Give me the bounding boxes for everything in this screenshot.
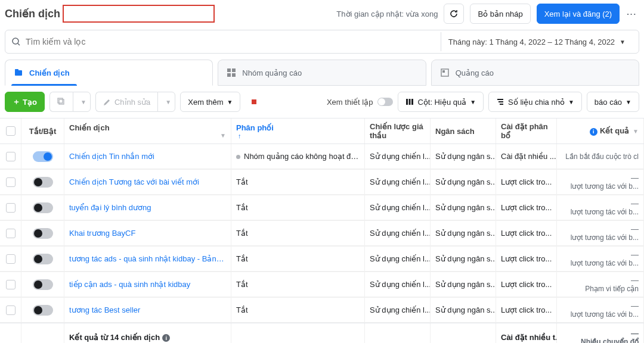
col-campaign[interactable]: Chiến dịch▼	[64, 119, 231, 144]
alloc-value: Lượt click tro...	[496, 195, 557, 220]
col-delivery[interactable]: Phân phối↑	[231, 119, 365, 144]
delivery-status: Tắt	[236, 280, 360, 289]
row-checkbox[interactable]	[6, 305, 16, 315]
review-label: Xem lại và đăng (2)	[544, 10, 612, 18]
result-value: —	[631, 301, 639, 310]
chevron-down-icon: ▼	[227, 99, 233, 105]
row-toggle[interactable]	[33, 228, 53, 239]
breakdown-label: Số liệu chia nhỏ	[508, 98, 565, 107]
search-input[interactable]	[26, 37, 441, 46]
tab-campaigns[interactable]: Chiến dịch	[5, 60, 213, 86]
svg-rect-12	[406, 99, 408, 105]
row-toggle[interactable]	[33, 202, 53, 213]
table-row: Chiến dịch Tin nhắn mớiNhóm quảng cáo kh…	[0, 144, 644, 169]
edit-caret[interactable]: ▼	[157, 92, 175, 112]
refresh-button[interactable]	[444, 4, 464, 24]
alloc-value: Lượt click tro...	[496, 298, 557, 322]
review-publish-button[interactable]: Xem lại và đăng (2)	[537, 4, 620, 24]
more-actions-button[interactable]: Xem thêm▼	[180, 92, 240, 112]
row-checkbox[interactable]	[6, 177, 16, 187]
discard-label: Bỏ bản nháp	[478, 10, 522, 18]
result-sub: lượt tương tác với b...	[571, 233, 639, 242]
sort-asc-icon: ↑	[238, 132, 360, 139]
duplicate-caret[interactable]: ▼	[73, 92, 91, 112]
campaign-name-link[interactable]: tiếp cận ads - quà sinh nhật kidbay	[69, 280, 226, 289]
row-checkbox[interactable]	[6, 254, 16, 264]
delivery-status: Tắt	[236, 203, 360, 212]
result-sub: Phạm vi tiếp cận	[585, 285, 639, 293]
alloc-value: Lượt click tro...	[496, 247, 557, 271]
pencil-icon	[103, 98, 111, 106]
bid-value: Sử dụng chiến l...	[365, 247, 431, 271]
info-icon: i	[590, 128, 597, 136]
bid-value: Sử dụng chiến l...	[365, 170, 431, 194]
budget-value: Sử dụng ngân s...	[431, 247, 496, 271]
budget-value: Sử dụng ngân s...	[431, 144, 496, 169]
result-value: —	[631, 224, 639, 233]
more-menu-button[interactable]: ···	[624, 10, 639, 18]
bid-value: Sử dụng chiến l...	[365, 144, 431, 169]
svg-rect-10	[59, 99, 64, 104]
breakdown-icon	[496, 98, 504, 106]
create-label: Tạo	[23, 98, 37, 107]
alloc-value: Lượt click tro...	[496, 221, 557, 245]
campaign-name-link[interactable]: tương tác Best seller	[69, 305, 226, 314]
bid-value: Sử dụng chiến l...	[365, 195, 431, 220]
result-value: —	[631, 199, 639, 208]
delivery-status: Nhóm quảng cáo không hoạt động	[236, 152, 360, 161]
bid-value: Sử dụng chiến l...	[365, 221, 431, 245]
discard-button[interactable]: Bỏ bản nháp	[470, 4, 530, 24]
campaign-name-link[interactable]: Khai trương BayCF	[69, 229, 226, 238]
campaign-name-link[interactable]: tương tác ads - quà sinh nhật kidbay - B…	[69, 254, 226, 263]
row-checkbox[interactable]	[6, 203, 16, 213]
tab-adsets-label: Nhóm quảng cáo	[242, 68, 302, 77]
delivery-status: Tắt	[236, 177, 360, 186]
campaigns-table: Tắt/Bật Chiến dịch▼ Phân phối↑ Chiến lượ…	[0, 118, 644, 343]
view-setup-toggle[interactable]: Xem thiết lập	[327, 98, 393, 107]
refresh-icon	[449, 9, 459, 18]
result-sub: lượt tương tác với b...	[571, 310, 639, 319]
campaign-name-link[interactable]: Chiến dịch Tương tác với bài viết mới	[69, 177, 226, 186]
delivery-status: Tắt	[236, 254, 360, 263]
duplicate-button[interactable]	[49, 92, 73, 112]
select-all-checkbox[interactable]	[6, 126, 16, 136]
columns-button[interactable]: Cột: Hiệu quả▼	[398, 92, 484, 112]
bid-value: Sử dụng chiến l...	[365, 298, 431, 322]
row-toggle[interactable]	[33, 254, 53, 264]
svg-rect-13	[409, 99, 411, 105]
create-button[interactable]: ＋Tạo	[5, 92, 45, 112]
row-checkbox[interactable]	[6, 229, 16, 238]
breakdown-button[interactable]: Số liệu chia nhỏ▼	[488, 92, 582, 112]
row-toggle[interactable]	[33, 151, 53, 162]
row-toggle[interactable]	[33, 177, 53, 188]
search-bar[interactable]: Tháng này: 1 Tháng 4, 2022 – 12 Tháng 4,…	[5, 30, 639, 54]
tab-adsets[interactable]: Nhóm quảng cáo	[218, 60, 426, 86]
search-icon	[11, 37, 21, 46]
row-toggle[interactable]	[33, 279, 53, 290]
row-checkbox[interactable]	[6, 280, 16, 289]
row-toggle[interactable]	[33, 305, 53, 316]
col-toggle[interactable]: Tắt/Bật	[21, 119, 64, 144]
col-budget[interactable]: Ngân sách	[431, 119, 496, 144]
result-value: —	[631, 173, 639, 182]
result-sub: lượt tương tác với b...	[571, 259, 639, 267]
campaign-name-link[interactable]: Chiến dịch Tin nhắn mới	[69, 152, 226, 161]
date-range-label: Tháng này: 1 Tháng 4, 2022 – 12 Tháng 4,…	[448, 38, 615, 46]
reports-button[interactable]: báo cáo▼	[587, 92, 639, 112]
date-range-picker[interactable]: Tháng này: 1 Tháng 4, 2022 – 12 Tháng 4,…	[441, 32, 633, 51]
campaign-name-link[interactable]: tuyển đại lý bình dương	[69, 203, 226, 212]
col-alloc[interactable]: Cài đặt phân bổ	[496, 119, 557, 144]
col-bid[interactable]: Chiến lược giá thầu	[365, 119, 431, 144]
col-results[interactable]: iKết quả▼	[557, 119, 644, 144]
table-row: tuyển đại lý bình dươngTắtSử dụng chiến …	[0, 195, 644, 220]
bid-value: Sử dụng chiến l...	[365, 272, 431, 297]
tab-ads[interactable]: Quảng cáo	[431, 60, 639, 86]
result-value: —	[631, 276, 639, 285]
svg-point-0	[13, 38, 18, 44]
svg-rect-9	[442, 70, 445, 73]
footer-summary: Kết quả từ 14 chiến dịch	[69, 333, 160, 342]
edit-button[interactable]: Chỉnh sửa	[95, 92, 157, 112]
chevron-down-icon: ▼	[626, 99, 631, 105]
row-checkbox[interactable]	[6, 152, 16, 161]
highlight-box	[63, 5, 215, 23]
